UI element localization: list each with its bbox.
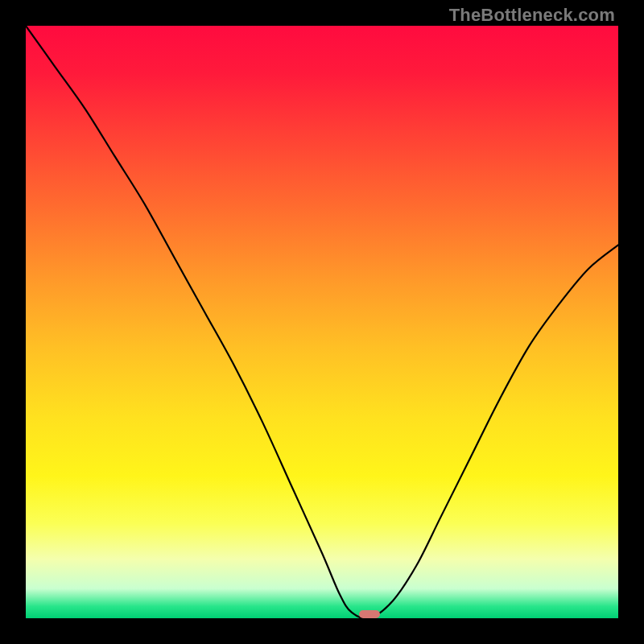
chart-frame: TheBottleneck.com <box>0 0 644 644</box>
bottleneck-curve <box>26 26 618 618</box>
minimum-marker <box>359 610 380 618</box>
watermark-text: TheBottleneck.com <box>449 5 615 26</box>
plot-area <box>26 26 618 618</box>
